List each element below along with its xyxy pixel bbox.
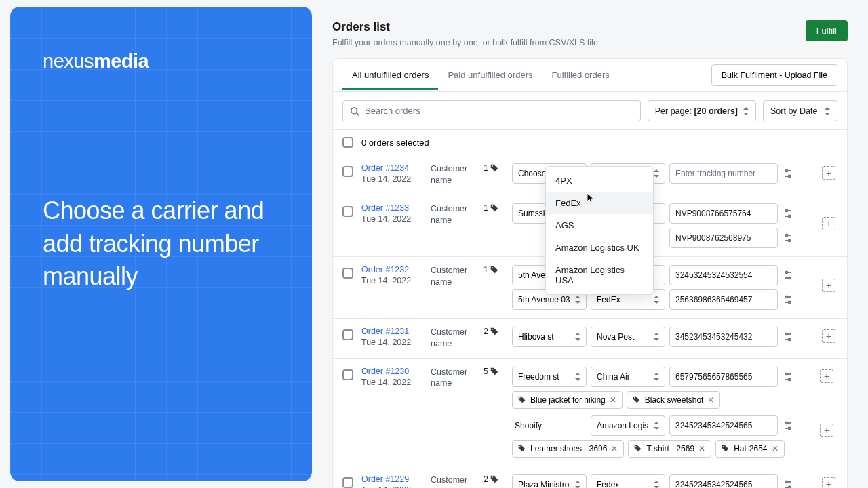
page-title: Orders list (332, 20, 600, 34)
order-date: Tue 14, 2022 (361, 276, 422, 285)
adjust-icon[interactable] (782, 371, 794, 383)
add-line-button[interactable]: + (822, 329, 835, 343)
order-date: Tue 14, 2022 (361, 174, 422, 184)
tab-all-unfulfilled[interactable]: All unfulfilled orders (342, 60, 438, 90)
order-link[interactable]: Order #1234 (361, 163, 422, 173)
page-subtitle: Fulfill your orders manually one by one,… (332, 38, 600, 47)
tab-fulfilled[interactable]: Fulfilled orders (542, 60, 618, 90)
tracking-input[interactable]: 34523453453245432 (669, 327, 778, 347)
tabs-row: All unfulfilled orders Paid unfulfilled … (333, 59, 847, 92)
adjust-icon[interactable] (782, 232, 794, 244)
adjust-icon[interactable] (782, 293, 794, 306)
svg-point-35 (519, 397, 521, 399)
adjust-icon[interactable] (782, 167, 794, 180)
add-line-button[interactable]: + (822, 217, 835, 230)
add-line-button[interactable]: + (822, 477, 835, 489)
order-qty: 5 (484, 367, 504, 376)
order-link[interactable]: Order #1230 (361, 367, 422, 376)
svg-line-1 (357, 113, 359, 115)
dropdown-option[interactable]: Amazon Logistics USA (546, 259, 653, 291)
dropdown-option[interactable]: FedEx (546, 192, 653, 214)
chip-remove-icon[interactable]: ✕ (707, 395, 714, 405)
row-checkbox[interactable] (342, 369, 353, 380)
row-checkbox[interactable] (342, 206, 353, 217)
tag-icon (490, 475, 498, 483)
order-link[interactable]: Order #1231 (361, 327, 422, 336)
carrier-select[interactable]: China Air (591, 367, 665, 387)
dropdown-option[interactable]: AGS (546, 214, 653, 237)
svg-point-25 (492, 329, 493, 330)
adjust-icon[interactable] (782, 269, 794, 281)
address-select[interactable]: Hlibova st (512, 327, 587, 347)
svg-point-41 (519, 446, 521, 447)
customer-name: Customer name (431, 203, 475, 226)
chip-remove-icon[interactable]: ✕ (611, 444, 618, 453)
bulk-upload-button[interactable]: Bulk Fulfilment - Upload File (711, 64, 837, 86)
order-link[interactable]: Order #1229 (361, 474, 422, 484)
add-line-button[interactable]: + (820, 424, 833, 437)
add-line-button[interactable]: + (820, 369, 833, 383)
address-select[interactable]: Plaza Ministro (512, 474, 587, 489)
tag-icon (490, 266, 498, 274)
svg-point-23 (786, 296, 788, 298)
tracking-input[interactable]: 32453245324532554 (669, 265, 778, 285)
fulfill-button[interactable]: Fulfill (806, 20, 848, 41)
add-line-button[interactable]: + (822, 166, 835, 180)
svg-point-34 (789, 378, 791, 380)
order-row: Order #1231Tue 14, 2022 Customer name 2 … (333, 318, 847, 358)
row-checkbox[interactable] (342, 268, 353, 279)
tracking-input[interactable]: Enter tracking number (669, 163, 778, 184)
svg-point-33 (786, 373, 788, 375)
tag-icon (490, 367, 498, 375)
updown-icon (575, 333, 580, 341)
tracking-input[interactable]: NVP9008762568975 (669, 228, 778, 248)
updown-icon (654, 422, 659, 430)
search-input[interactable]: Search orders (342, 100, 641, 121)
chip-remove-icon[interactable]: ✕ (698, 444, 705, 453)
tracking-input[interactable]: 25636986365469457 (669, 289, 778, 310)
tracking-input[interactable]: 32452345342524565 (669, 474, 778, 489)
tab-paid-unfulfilled[interactable]: Paid unfulfilled orders (438, 60, 542, 90)
order-link[interactable]: Order #1232 (361, 265, 422, 274)
address-select[interactable]: Freedom st (512, 367, 587, 387)
order-row: Order #1229Tue 14, 2022 Customer name 2 … (333, 466, 847, 489)
customer-name: Customer name (431, 327, 475, 350)
svg-point-47 (786, 481, 788, 483)
order-qty: 2 (484, 327, 504, 336)
adjust-icon[interactable] (782, 479, 794, 489)
dropdown-option[interactable]: 4PX (546, 169, 653, 192)
tracking-input[interactable]: NVP9008766575764 (669, 203, 778, 224)
perpage-select[interactable]: Per page: [20 orders] (648, 100, 756, 121)
customer-name: Customer name (431, 163, 475, 186)
tracking-input[interactable]: 32452345342524565 (669, 415, 778, 436)
row-checkbox[interactable] (342, 166, 353, 177)
carrier-select[interactable]: Fedex (591, 474, 665, 489)
adjust-icon[interactable] (782, 207, 794, 220)
product-chip: T-shirt - 2569✕ (628, 440, 711, 458)
adjust-icon[interactable] (782, 420, 794, 432)
tracking-input[interactable]: 65797565657865565 (669, 367, 778, 387)
tag-icon (518, 445, 526, 453)
order-date: Tue 14, 2022 (361, 338, 422, 347)
promo-headline: Choose a carrier and add tracking number… (43, 195, 279, 293)
sort-select[interactable]: Sort by Date (763, 100, 837, 121)
order-link[interactable]: Order #1233 (361, 203, 422, 213)
svg-point-29 (789, 338, 791, 340)
selected-text: 0 orders selected (361, 138, 429, 148)
carrier-select[interactable]: Amazon Logistics (591, 415, 665, 436)
chip-remove-icon[interactable]: ✕ (610, 395, 616, 405)
svg-point-11 (789, 215, 791, 217)
select-all-checkbox[interactable] (342, 137, 353, 148)
dropdown-option[interactable]: Amazon Logistics UK (546, 237, 653, 259)
chip-remove-icon[interactable]: ✕ (772, 444, 778, 453)
updown-icon (743, 107, 749, 115)
add-line-button[interactable]: + (822, 279, 835, 292)
row-checkbox[interactable] (342, 329, 353, 340)
row-checkbox[interactable] (342, 477, 353, 488)
carrier-select[interactable]: Nova Post (591, 327, 665, 347)
updown-icon (654, 333, 659, 341)
adjust-icon[interactable] (782, 331, 794, 343)
svg-point-16 (492, 267, 493, 268)
search-icon (350, 106, 359, 116)
svg-point-44 (492, 476, 493, 478)
